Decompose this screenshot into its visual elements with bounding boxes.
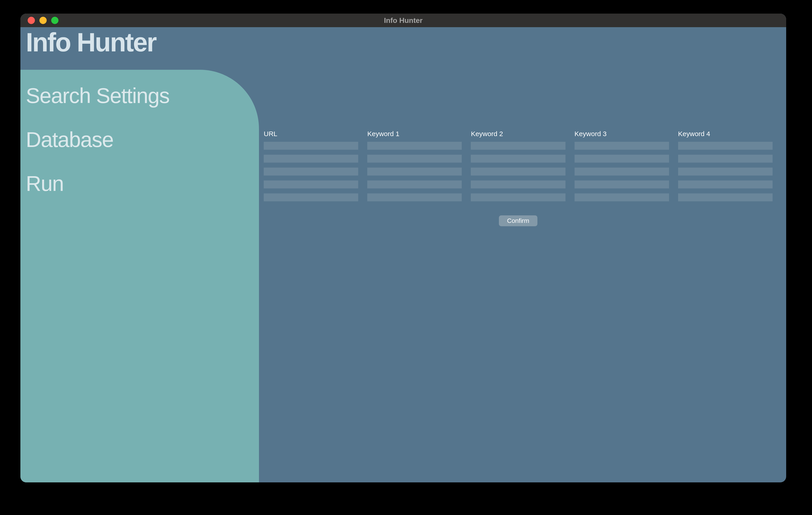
main-panel: URL Keyword 1 — [264, 130, 773, 226]
keyword-3-input[interactable] — [575, 155, 669, 162]
form-columns: URL Keyword 1 — [264, 130, 773, 201]
keyword-4-input[interactable] — [678, 181, 773, 188]
column-label: Keyword 1 — [367, 130, 462, 138]
url-input[interactable] — [264, 155, 358, 162]
window-title: Info Hunter — [384, 16, 423, 25]
keyword-1-input[interactable] — [367, 155, 462, 162]
keyword-1-input[interactable] — [367, 181, 462, 188]
traffic-lights — [20, 17, 58, 24]
app-title: Info Hunter — [26, 27, 156, 58]
sidebar: Search Settings Database Run — [20, 70, 259, 482]
keyword-2-input[interactable] — [471, 168, 565, 176]
url-input[interactable] — [264, 142, 358, 150]
content-area: Info Hunter Search Settings Database Run… — [20, 27, 786, 482]
column-url: URL — [264, 130, 358, 201]
app-window: Info Hunter Info Hunter Search Settings … — [20, 13, 786, 482]
url-input[interactable] — [264, 193, 358, 201]
keyword-4-input[interactable] — [678, 155, 773, 162]
column-keyword-4: Keyword 4 — [678, 130, 773, 201]
url-input[interactable] — [264, 168, 358, 176]
minimize-icon[interactable] — [39, 17, 47, 24]
maximize-icon[interactable] — [51, 17, 58, 24]
keyword-3-input[interactable] — [575, 181, 669, 188]
keyword-2-input[interactable] — [471, 155, 565, 162]
keyword-2-input[interactable] — [471, 193, 565, 201]
keyword-3-input[interactable] — [575, 168, 669, 176]
field-stack — [678, 142, 773, 201]
column-label: Keyword 3 — [575, 130, 669, 138]
keyword-2-input[interactable] — [471, 142, 565, 150]
keyword-2-input[interactable] — [471, 181, 565, 188]
column-keyword-3: Keyword 3 — [575, 130, 669, 201]
keyword-3-input[interactable] — [575, 193, 669, 201]
field-stack — [575, 142, 669, 201]
sidebar-item-run[interactable]: Run — [26, 173, 259, 194]
keyword-4-input[interactable] — [678, 168, 773, 176]
confirm-row: Confirm — [264, 215, 773, 226]
column-label: URL — [264, 130, 358, 138]
sidebar-item-database[interactable]: Database — [26, 129, 259, 150]
keyword-1-input[interactable] — [367, 142, 462, 150]
keyword-4-input[interactable] — [678, 193, 773, 201]
column-keyword-1: Keyword 1 — [367, 130, 462, 201]
sidebar-item-label: Database — [26, 128, 113, 152]
column-label: Keyword 2 — [471, 130, 565, 138]
keyword-3-input[interactable] — [575, 142, 669, 150]
field-stack — [471, 142, 565, 201]
keyword-4-input[interactable] — [678, 142, 773, 150]
column-keyword-2: Keyword 2 — [471, 130, 565, 201]
sidebar-item-search-settings[interactable]: Search Settings — [26, 85, 259, 107]
column-label: Keyword 4 — [678, 130, 773, 138]
field-stack — [367, 142, 462, 201]
sidebar-item-label: Run — [26, 172, 63, 195]
titlebar[interactable]: Info Hunter — [20, 13, 786, 27]
keyword-1-input[interactable] — [367, 193, 462, 201]
sidebar-item-label: Search Settings — [26, 84, 170, 108]
field-stack — [264, 142, 358, 201]
keyword-1-input[interactable] — [367, 168, 462, 176]
close-icon[interactable] — [28, 17, 35, 24]
url-input[interactable] — [264, 181, 358, 188]
confirm-button[interactable]: Confirm — [499, 215, 538, 226]
